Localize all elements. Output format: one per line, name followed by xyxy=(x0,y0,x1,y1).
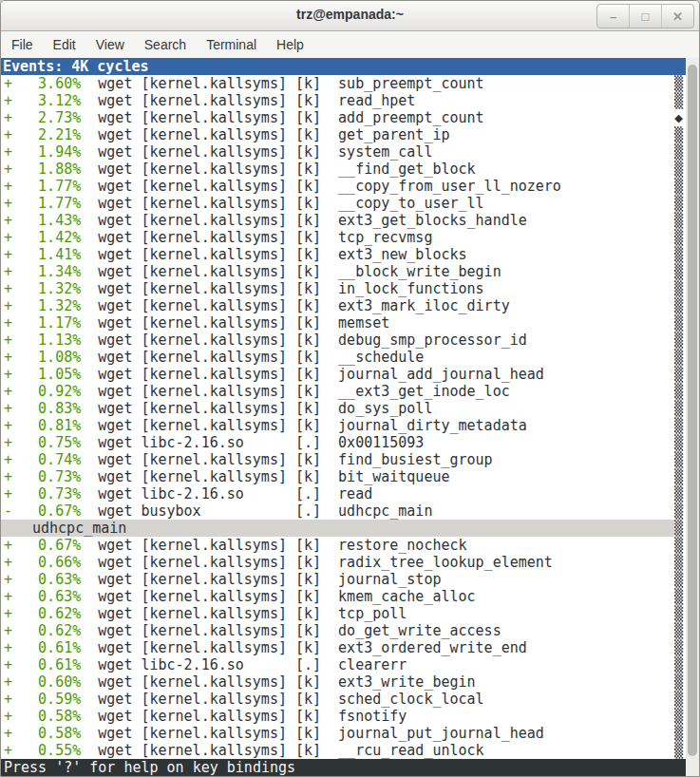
table-row[interactable]: +1.08%wget[kernel.kallsyms][k]__schedule… xyxy=(1,349,686,366)
command-name: wget xyxy=(98,400,132,417)
expand-toggle: + xyxy=(4,383,12,400)
menu-item-view[interactable]: View xyxy=(87,33,133,56)
table-row[interactable]: +1.17%wget[kernel.kallsyms][k]memset▒ xyxy=(1,314,686,332)
table-row[interactable]: +1.42%wget[kernel.kallsyms][k]tcp_recvms… xyxy=(1,229,686,246)
table-row-expanded-child[interactable]: udhcpc_main▒ xyxy=(1,520,686,537)
table-row[interactable]: -0.67%wgetbusybox[.]udhcpc_main▒ xyxy=(1,502,686,520)
symbol-name: read xyxy=(338,485,674,502)
table-row[interactable]: +0.58%wget[kernel.kallsyms][k]fsnotify▒ xyxy=(1,708,686,725)
table-row[interactable]: +1.32%wget[kernel.kallsyms][k]ext3_mark_… xyxy=(1,297,686,314)
table-row[interactable]: +1.32%wget[kernel.kallsyms][k]in_lock_fu… xyxy=(1,280,686,297)
menu-item-edit[interactable]: Edit xyxy=(45,33,85,56)
table-row[interactable]: +0.61%wget[kernel.kallsyms][k]ext3_order… xyxy=(1,639,686,656)
table-row[interactable]: +0.74%wget[kernel.kallsyms][k]find_busie… xyxy=(1,451,686,468)
table-row[interactable]: +1.41%wget[kernel.kallsyms][k]ext3_new_b… xyxy=(1,246,686,263)
table-row[interactable]: +0.81%wget[kernel.kallsyms][k]journal_di… xyxy=(1,417,686,434)
table-row[interactable]: +3.60%wget[kernel.kallsyms][k]sub_preemp… xyxy=(1,75,686,92)
table-row[interactable]: +0.73%wgetlibc-2.16.so[.]read▒ xyxy=(1,485,686,502)
symbol-mode: [k] xyxy=(295,366,321,383)
table-row[interactable]: +1.34%wget[kernel.kallsyms][k]__block_wr… xyxy=(1,263,686,280)
row-edge-shade-icon: ▒ xyxy=(674,520,686,537)
command-name: wget xyxy=(98,451,132,468)
table-row[interactable]: +0.63%wget[kernel.kallsyms][k]kmem_cache… xyxy=(1,588,686,605)
scrollbar[interactable] xyxy=(686,58,699,776)
close-button[interactable]: ✕ xyxy=(661,5,693,28)
expand-toggle: + xyxy=(4,485,12,502)
table-row[interactable]: +0.66%wget[kernel.kallsyms][k]radix_tree… xyxy=(1,554,686,571)
row-content: +0.74%wget[kernel.kallsyms][k]find_busie… xyxy=(1,451,674,468)
symbol-name: ext3_mark_iloc_dirty xyxy=(338,297,674,314)
table-row[interactable]: +0.67%wget[kernel.kallsyms][k]restore_no… xyxy=(1,537,686,554)
expand-toggle: + xyxy=(4,229,12,246)
row-edge-shade-icon: ▒ xyxy=(674,332,686,349)
table-row[interactable]: +0.58%wget[kernel.kallsyms][k]journal_pu… xyxy=(1,725,686,742)
row-edge-shade-icon: ▒ xyxy=(674,554,686,571)
table-row[interactable]: +0.63%wget[kernel.kallsyms][k]journal_st… xyxy=(1,571,686,588)
menu-item-help[interactable]: Help xyxy=(268,33,312,56)
symbol-mode: [k] xyxy=(295,212,321,229)
terminal-window: trz@empanada:~ –□✕ FileEditViewSearchTer… xyxy=(0,0,700,777)
row-content: +1.88%wget[kernel.kallsyms][k]__find_get… xyxy=(1,161,674,178)
expand-toggle: + xyxy=(4,691,12,708)
command-name: wget xyxy=(98,349,132,366)
expand-toggle: + xyxy=(4,400,12,417)
row-edge-shade-icon: ▒ xyxy=(674,297,686,314)
overhead-percent: 1.32% xyxy=(12,297,81,314)
table-row[interactable]: +0.83%wget[kernel.kallsyms][k]do_sys_pol… xyxy=(1,400,686,417)
row-content: +1.43%wget[kernel.kallsyms][k]ext3_get_b… xyxy=(1,212,674,229)
row-edge-shade-icon: ▒ xyxy=(674,178,686,195)
table-row[interactable]: +0.62%wget[kernel.kallsyms][k]tcp_poll▒ xyxy=(1,605,686,622)
menu-item-terminal[interactable]: Terminal xyxy=(198,33,265,56)
expand-toggle: + xyxy=(4,263,12,280)
maximize-icon: □ xyxy=(642,10,650,23)
table-row[interactable]: +1.43%wget[kernel.kallsyms][k]ext3_get_b… xyxy=(1,212,686,229)
overhead-percent: 1.42% xyxy=(12,229,81,246)
table-row[interactable]: +0.92%wget[kernel.kallsyms][k]__ext3_get… xyxy=(1,383,686,400)
maximize-button[interactable]: □ xyxy=(629,5,661,28)
row-edge-shade-icon: ▒ xyxy=(674,673,686,691)
table-row[interactable]: +0.62%wget[kernel.kallsyms][k]do_get_wri… xyxy=(1,622,686,639)
symbol-name: fsnotify xyxy=(338,708,674,725)
table-row[interactable]: +2.21%wget[kernel.kallsyms][k]get_parent… xyxy=(1,126,686,143)
table-row[interactable]: +1.77%wget[kernel.kallsyms][k]__copy_fro… xyxy=(1,178,686,195)
window-titlebar[interactable]: trz@empanada:~ –□✕ xyxy=(1,1,699,31)
table-row[interactable]: +1.94%wget[kernel.kallsyms][k]system_cal… xyxy=(1,143,686,161)
table-row[interactable]: +1.13%wget[kernel.kallsyms][k]debug_smp_… xyxy=(1,332,686,349)
symbol-name: 0x00115093 xyxy=(338,434,674,451)
row-content: +0.66%wget[kernel.kallsyms][k]radix_tree… xyxy=(1,554,674,571)
expand-toggle: + xyxy=(4,109,12,126)
command-name: wget xyxy=(98,708,132,725)
symbol-mode: [k] xyxy=(295,229,321,246)
command-name: wget xyxy=(98,502,132,520)
menu-item-file[interactable]: File xyxy=(3,33,42,56)
table-row[interactable]: +1.88%wget[kernel.kallsyms][k]__find_get… xyxy=(1,161,686,178)
expand-toggle: + xyxy=(4,605,12,622)
symbol-name: find_busiest_group xyxy=(338,451,674,468)
expand-toggle: + xyxy=(4,178,12,195)
symbol-mode: [.] xyxy=(295,656,321,673)
table-row[interactable]: +2.73%wget[kernel.kallsyms][k]add_preemp… xyxy=(1,109,686,126)
symbol-mode: [k] xyxy=(295,554,321,571)
table-row[interactable]: +0.73%wget[kernel.kallsyms][k]bit_waitqu… xyxy=(1,468,686,485)
table-row[interactable]: +0.59%wget[kernel.kallsyms][k]sched_cloc… xyxy=(1,691,686,708)
shared-object: libc-2.16.so xyxy=(141,656,295,673)
table-row[interactable]: +0.75%wgetlibc-2.16.so[.]0x00115093▒ xyxy=(1,434,686,451)
symbol-name: journal_put_journal_head xyxy=(338,725,674,742)
minimize-button[interactable]: – xyxy=(597,5,629,28)
symbol-name: sched_clock_local xyxy=(338,691,674,708)
terminal-viewport[interactable]: Events: 4K cycles +3.60%wget[kernel.kall… xyxy=(1,58,699,776)
table-row[interactable]: +1.77%wget[kernel.kallsyms][k]__copy_to_… xyxy=(1,195,686,212)
menu-item-search[interactable]: Search xyxy=(136,33,195,56)
table-row[interactable]: +0.61%wgetlibc-2.16.so[.]clearerr▒ xyxy=(1,656,686,673)
row-edge-shade-icon: ▒ xyxy=(674,229,686,246)
symbol-mode: [.] xyxy=(295,485,321,502)
table-row[interactable]: +1.05%wget[kernel.kallsyms][k]journal_ad… xyxy=(1,366,686,383)
overhead-percent: 0.83% xyxy=(12,400,81,417)
symbol-name: clearerr xyxy=(338,656,674,673)
symbol-name: __copy_from_user_ll_nozero xyxy=(338,178,674,195)
table-row[interactable]: +0.60%wget[kernel.kallsyms][k]ext3_write… xyxy=(1,673,686,691)
table-row[interactable]: +0.55%wget[kernel.kallsyms][k]__rcu_read… xyxy=(1,742,686,759)
symbol-mode: [.] xyxy=(295,434,321,451)
table-row[interactable]: +3.12%wget[kernel.kallsyms][k]read_hpet▒ xyxy=(1,92,686,109)
scrollbar-thumb[interactable] xyxy=(688,65,697,756)
